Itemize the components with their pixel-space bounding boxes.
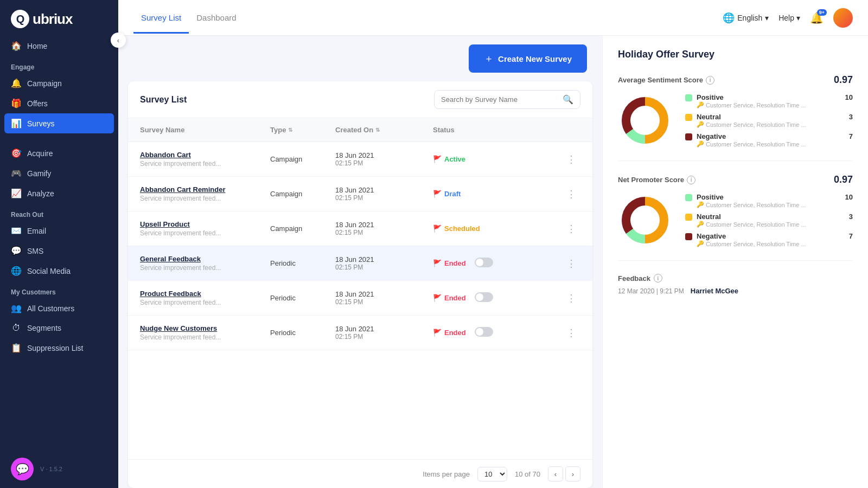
feedback-date: 12 Mar 2020 | 9:21 PM: [618, 287, 684, 295]
sidebar-item-acquire[interactable]: 🎯 Acquire: [0, 143, 118, 163]
sidebar-item-suppression[interactable]: 📋 Suppression List: [0, 338, 118, 358]
gamify-icon: 🎮: [11, 168, 22, 178]
collapse-button[interactable]: ‹: [111, 33, 126, 48]
notifications-button[interactable]: 🔔 9+: [810, 11, 824, 24]
nps-positive-swatch: [685, 194, 692, 201]
survey-name-link[interactable]: Abbandon Cart: [140, 151, 270, 159]
col-header-actions: [564, 118, 580, 142]
sidebar-item-offers[interactable]: 🎁 Offers: [0, 93, 118, 113]
sidebar-item-gamify[interactable]: 🎮 Gamify: [0, 163, 118, 183]
survey-name-link[interactable]: Abbandon Cart Reminder: [140, 185, 270, 194]
sidebar-item-segments[interactable]: ⏱ Segments: [0, 318, 118, 338]
status-toggle[interactable]: [475, 258, 493, 267]
survey-name-cell: Nudge New Customers Service improvement …: [140, 319, 270, 346]
sort-icon-type: ⇅: [288, 127, 292, 133]
flag-icon: 🚩: [433, 190, 442, 198]
sidebar: Q ubriux ‹ 🏠 Home Engage 🔔 Campaign 🎁 Of…: [0, 0, 118, 488]
status-toggle[interactable]: [475, 327, 493, 337]
table-row[interactable]: General Feedback Service improvement fee…: [128, 246, 592, 281]
type-cell: Campaign: [270, 190, 335, 198]
sidebar-item-sms[interactable]: 💬 SMS: [0, 241, 118, 261]
nps-info-icon[interactable]: i: [687, 176, 695, 184]
avatar[interactable]: [833, 8, 853, 28]
sidebar-item-analyze[interactable]: 📈 Analyze: [0, 183, 118, 203]
sidebar-item-label: SMS: [27, 247, 43, 255]
type-cell: Periodic: [270, 329, 335, 337]
logo-icon: Q: [11, 10, 29, 28]
table-row[interactable]: Upsell Product Service improvement feed.…: [128, 211, 592, 246]
sidebar-item-campaign[interactable]: 🔔 Campaign: [0, 73, 118, 93]
nps-neutral-info: Neutral 🔑 Customer Service, Resolution T…: [697, 213, 845, 228]
segments-icon: ⏱: [11, 323, 22, 333]
row-menu-button[interactable]: ⋮: [564, 255, 580, 272]
type-cell: Periodic: [270, 294, 335, 302]
nps-positive-info: Positive 🔑 Customer Service, Resolution …: [697, 193, 841, 208]
sidebar-item-home[interactable]: 🏠 Home: [0, 36, 118, 56]
survey-name-link[interactable]: General Feedback: [140, 255, 270, 263]
search-icon: 🔍: [563, 94, 573, 105]
key-icon: 🔑: [697, 101, 704, 108]
tab-dashboard[interactable]: Dashboard: [189, 2, 244, 34]
survey-list-container: Survey List 🔍 Survey Name Type ⇅ Created…: [128, 81, 592, 488]
feedback-name: Harriet McGee: [691, 287, 738, 295]
sidebar-item-label: All Customers: [27, 304, 74, 313]
nps-score-value: 0.97: [834, 174, 853, 185]
sidebar-item-email[interactable]: ✉️ Email: [0, 221, 118, 241]
row-menu-button[interactable]: ⋮: [564, 221, 580, 237]
positive-legend-info: Positive 🔑 Customer Service, Resolution …: [697, 93, 841, 108]
type-cell: Periodic: [270, 259, 335, 267]
neutral-legend-info: Neutral 🔑 Customer Service, Resolution T…: [697, 113, 845, 128]
per-page-select[interactable]: 5 10 25 50: [477, 467, 507, 481]
col-header-type[interactable]: Type ⇅: [270, 118, 335, 142]
survey-name-link[interactable]: Product Feedback: [140, 290, 270, 298]
sidebar-item-all-customers[interactable]: 👥 All Customers: [0, 298, 118, 318]
nps-negative-swatch: [685, 233, 692, 240]
survey-name-link[interactable]: Upsell Product: [140, 220, 270, 228]
key-icon: 🔑: [697, 221, 704, 228]
table-row[interactable]: Abbandon Cart Reminder Service improveme…: [128, 177, 592, 211]
toggle-wrap: [475, 292, 493, 304]
notifications-badge: 9+: [817, 9, 827, 16]
prev-page-button[interactable]: ‹: [548, 466, 563, 481]
sidebar-item-social[interactable]: 🌐 Social Media: [0, 261, 118, 281]
toggle-wrap: [475, 258, 493, 269]
row-menu-button[interactable]: ⋮: [564, 186, 580, 202]
next-page-button[interactable]: ›: [565, 466, 580, 481]
search-box: 🔍: [434, 90, 580, 109]
page-nav: ‹ ›: [548, 466, 580, 481]
feedback-info-icon[interactable]: i: [654, 274, 662, 282]
create-survey-button[interactable]: ＋ Create New Survey: [469, 44, 587, 73]
search-input[interactable]: [441, 95, 558, 104]
status-toggle[interactable]: [475, 292, 493, 302]
survey-name-link[interactable]: Nudge New Customers: [140, 324, 270, 332]
sentiment-legend-positive: Positive 🔑 Customer Service, Resolution …: [685, 93, 853, 108]
row-menu-button[interactable]: ⋮: [564, 290, 580, 306]
col-header-created[interactable]: Created On ⇅: [335, 118, 433, 142]
language-selector[interactable]: 🌐 English ▾: [723, 12, 769, 24]
key-icon: 🔑: [697, 240, 704, 247]
date-cell: 18 Jun 2021 02:15 PM: [335, 290, 433, 306]
help-button[interactable]: Help ▾: [778, 14, 800, 22]
version-label: V · 1.5.2: [40, 466, 62, 472]
survey-desc: Service improvement feed...: [140, 264, 270, 272]
tab-survey-list[interactable]: Survey List: [133, 2, 189, 34]
surveys-icon: 📊: [11, 118, 22, 129]
type-cell: Campaign: [270, 155, 335, 163]
date-time: 02:15 PM: [335, 194, 433, 202]
all-customers-icon: 👥: [11, 303, 22, 313]
status-cell: 🚩 Ended: [433, 327, 564, 339]
nps-donut-row: Positive 🔑 Customer Service, Resolution …: [618, 193, 853, 247]
sidebar-item-label: Segments: [27, 324, 61, 332]
chat-button[interactable]: 💬: [11, 458, 34, 480]
sentiment-info-icon[interactable]: i: [706, 76, 714, 85]
table-row[interactable]: Nudge New Customers Service improvement …: [128, 316, 592, 350]
table-row[interactable]: Abbandon Cart Service improvement feed..…: [128, 142, 592, 177]
table-row[interactable]: Product Feedback Service improvement fee…: [128, 281, 592, 316]
row-menu-button[interactable]: ⋮: [564, 151, 580, 168]
row-menu-button[interactable]: ⋮: [564, 325, 580, 341]
survey-name-cell: Abbandon Cart Reminder Service improveme…: [140, 180, 270, 208]
survey-desc: Service improvement feed...: [140, 195, 270, 202]
divider-1: [618, 160, 853, 161]
date-time: 02:15 PM: [335, 298, 433, 306]
sidebar-item-surveys[interactable]: 📊 Surveys: [4, 113, 114, 133]
